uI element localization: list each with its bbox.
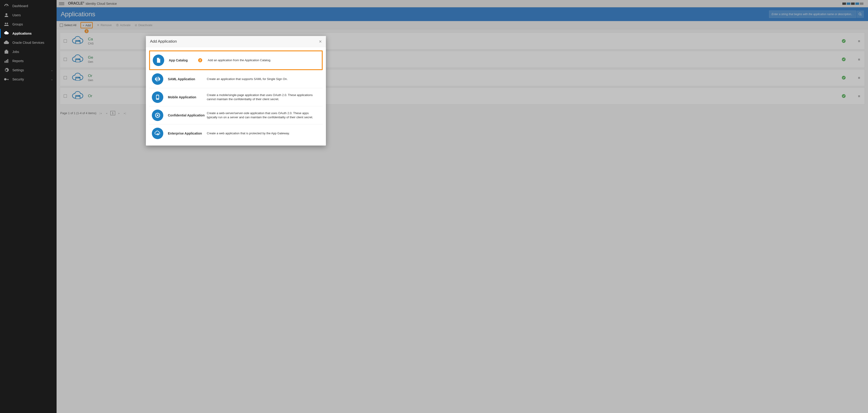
sidebar-item-jobs[interactable]: Jobs (0, 47, 57, 56)
svg-point-17 (78, 40, 78, 41)
option-description: Create a web application that is protect… (207, 131, 290, 136)
add-label: Add (86, 24, 91, 27)
page-title: Applications (61, 10, 769, 18)
modal-option-confidential-application[interactable]: Confidential ApplicationCreate a web-ser… (149, 106, 323, 124)
app-subtitle: Gen (88, 60, 93, 63)
sidebar-item-reports[interactable]: Reports (0, 56, 57, 65)
topbar: ORACLE® Identity Cloud Service (57, 0, 868, 7)
option-icon (152, 73, 163, 85)
page-last[interactable]: ▸| (123, 112, 127, 115)
row-checkbox[interactable] (64, 94, 67, 98)
option-description: Create a web-server/server-side applicat… (207, 111, 320, 119)
svg-point-16 (77, 40, 78, 41)
cloud-icon (4, 40, 9, 45)
groups-icon (4, 22, 9, 27)
chevron-down-icon: ⌄ (51, 78, 53, 81)
svg-rect-10 (8, 79, 8, 80)
svg-point-47 (78, 95, 78, 96)
svg-rect-54 (157, 95, 159, 98)
svg-point-56 (157, 115, 158, 116)
svg-point-0 (5, 13, 7, 15)
svg-point-26 (77, 59, 78, 59)
sidebar-item-groups[interactable]: Groups (0, 20, 57, 29)
sidebar-item-applications[interactable]: Applications (0, 29, 57, 38)
activate-button[interactable]: ⦿ Activate (116, 23, 130, 27)
option-icon (152, 91, 163, 103)
svg-point-2 (7, 23, 8, 24)
sidebar-item-settings[interactable]: Settings ⌄ (0, 65, 57, 75)
option-description: Create a mobile/single-page application … (207, 93, 320, 101)
page-first[interactable]: |◂ (99, 112, 102, 115)
option-title: Confidential Application (168, 114, 207, 117)
delete-icon[interactable] (857, 39, 861, 42)
modal-header: Add Application ✕ (146, 36, 326, 47)
deactivate-label: Deactivate (138, 23, 152, 27)
modal-close-button[interactable]: ✕ (319, 39, 322, 44)
status-active-icon (842, 57, 846, 61)
gear-icon (4, 68, 9, 72)
sidebar: Dashboard Users Groups Applications Orac… (0, 0, 57, 413)
row-checkbox[interactable] (64, 76, 67, 79)
callout-badge-2: 2 (198, 58, 202, 62)
sidebar-item-label: Applications (12, 32, 53, 35)
option-icon (152, 110, 163, 121)
remove-button[interactable]: ✕ Remove (97, 23, 112, 27)
row-checkbox[interactable] (64, 58, 67, 61)
svg-point-11 (859, 13, 861, 15)
page-next[interactable]: ▸ (118, 112, 121, 115)
svg-rect-52 (858, 97, 860, 97)
sidebar-item-oracle-cloud[interactable]: Oracle Cloud Services (0, 38, 57, 47)
modal-body: App CatalogAdd an application from the A… (146, 47, 326, 146)
jobs-icon (4, 50, 9, 54)
delete-icon[interactable] (857, 58, 861, 61)
search-input[interactable] (769, 10, 856, 18)
svg-point-45 (76, 95, 76, 96)
row-checkbox[interactable] (64, 39, 67, 42)
svg-rect-21 (858, 41, 860, 41)
add-application-modal: Add Application ✕ App CatalogAdd an appl… (146, 36, 326, 146)
plus-icon: + (83, 24, 84, 27)
option-title: Enterprise Application (168, 131, 207, 135)
svg-rect-50 (858, 96, 860, 96)
select-all-checkbox[interactable]: Select All (60, 23, 76, 27)
modal-option-saml-application[interactable]: SAML ApplicationCreate an application th… (149, 70, 323, 88)
svg-rect-39 (858, 77, 860, 77)
svg-rect-9 (6, 79, 9, 80)
svg-rect-32 (858, 60, 860, 60)
option-description: Add an application from the Application … (208, 58, 271, 62)
page-prev[interactable]: ◂ (105, 112, 108, 115)
sidebar-item-label: Dashboard (12, 4, 53, 8)
delete-icon[interactable] (857, 94, 861, 98)
users-icon (4, 13, 9, 18)
sidebar-item-label: Settings (12, 68, 51, 72)
svg-rect-20 (858, 41, 860, 41)
modal-option-app-catalog[interactable]: App CatalogAdd an application from the A… (149, 51, 323, 70)
add-button[interactable]: + Add (83, 24, 91, 27)
sidebar-item-users[interactable]: Users (0, 10, 57, 20)
svg-point-1 (5, 23, 6, 24)
delete-icon[interactable] (857, 76, 861, 79)
option-icon (152, 128, 163, 139)
status-active-icon (842, 39, 846, 43)
brand-logo: ORACLE® (68, 1, 84, 5)
status-active-icon (842, 94, 846, 98)
svg-line-12 (861, 15, 861, 16)
svg-rect-6 (6, 60, 7, 63)
chevron-down-icon: ⌄ (51, 69, 53, 72)
sidebar-item-security[interactable]: Security ⌄ (0, 75, 57, 84)
svg-rect-3 (5, 51, 8, 54)
modal-title: Add Application (150, 39, 319, 44)
menu-toggle[interactable] (59, 1, 64, 6)
svg-point-58 (157, 134, 158, 135)
deactivate-button[interactable]: ⊘ Deactivate (135, 23, 152, 27)
modal-option-mobile-application[interactable]: Mobile ApplicationCreate a mobile/single… (149, 88, 323, 106)
svg-rect-4 (5, 50, 7, 51)
search-button[interactable] (857, 10, 864, 18)
page-header: Applications (57, 7, 868, 21)
svg-rect-24 (76, 60, 80, 62)
svg-point-27 (78, 59, 78, 59)
svg-point-36 (77, 77, 78, 78)
sidebar-item-dashboard[interactable]: Dashboard (0, 1, 57, 10)
sidebar-item-label: Groups (12, 23, 53, 26)
modal-option-enterprise-application[interactable]: Enterprise ApplicationCreate a web appli… (149, 124, 323, 142)
